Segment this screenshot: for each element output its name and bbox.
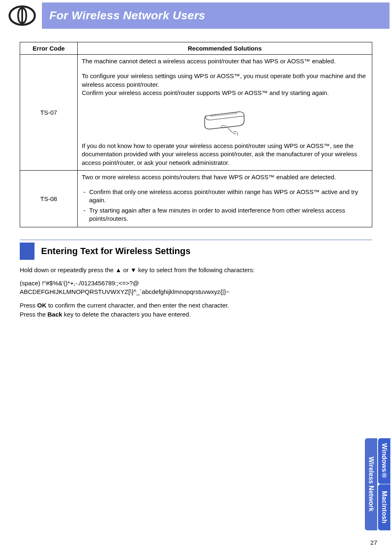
page-title: For Wireless Network Users xyxy=(49,9,205,22)
down-arrow-key: ▼ xyxy=(130,266,136,273)
solution-bullet: Confirm that only one wireless access po… xyxy=(82,188,368,205)
solution-text: Two or more wireless access points/route… xyxy=(82,173,368,181)
ok-key-label: OK xyxy=(37,302,47,309)
col-header-solutions: Recommended Solutions xyxy=(78,42,372,55)
side-tabs: Wireless Network Windows® Macintosh xyxy=(365,438,390,530)
table-row: TS-08 Two or more wireless access points… xyxy=(20,170,372,227)
wireless-icon xyxy=(8,4,37,27)
heading-accent xyxy=(20,243,35,260)
tab-wireless-network[interactable]: Wireless Network xyxy=(365,438,377,530)
instruction-text: Hold down or repeatedly press the ▲ or ▼… xyxy=(20,266,372,275)
up-arrow-key: ▲ xyxy=(115,266,122,273)
col-header-error-code: Error Code xyxy=(20,42,78,55)
tab-macintosh[interactable]: Macintosh xyxy=(378,484,390,530)
solution-bullet: Try starting again after a few minutes i… xyxy=(82,206,368,223)
page-number: 27 xyxy=(370,539,377,546)
header-icon-container xyxy=(2,2,42,29)
section-divider xyxy=(20,240,372,240)
back-key-label: Back xyxy=(48,311,62,318)
solution-text: To configure your wireless settings usin… xyxy=(82,72,368,97)
solution-cell: The machine cannot detect a wireless acc… xyxy=(78,55,372,171)
error-code-cell: TS-08 xyxy=(20,170,78,227)
section-heading: Entering Text for Wireless Settings xyxy=(41,243,191,260)
instruction-text: Press OK to confirm the current characte… xyxy=(20,301,372,319)
error-code-table: Error Code Recommended Solutions TS-07 T… xyxy=(20,42,372,227)
page-header: For Wireless Network Users xyxy=(2,2,390,29)
solution-cell: Two or more wireless access points/route… xyxy=(78,170,372,227)
character-set: (space) !"#$%&'()*+,-./0123456789:;<=>?@… xyxy=(20,279,372,296)
tab-windows[interactable]: Windows® xyxy=(378,438,390,484)
section-heading-row: Entering Text for Wireless Settings xyxy=(20,243,372,260)
solution-text: If you do not know how to operate your w… xyxy=(82,142,368,167)
router-illustration xyxy=(82,104,368,138)
solution-text: The machine cannot detect a wireless acc… xyxy=(82,57,368,65)
error-code-cell: TS-07 xyxy=(20,55,78,171)
table-row: TS-07 The machine cannot detect a wirele… xyxy=(20,55,372,171)
